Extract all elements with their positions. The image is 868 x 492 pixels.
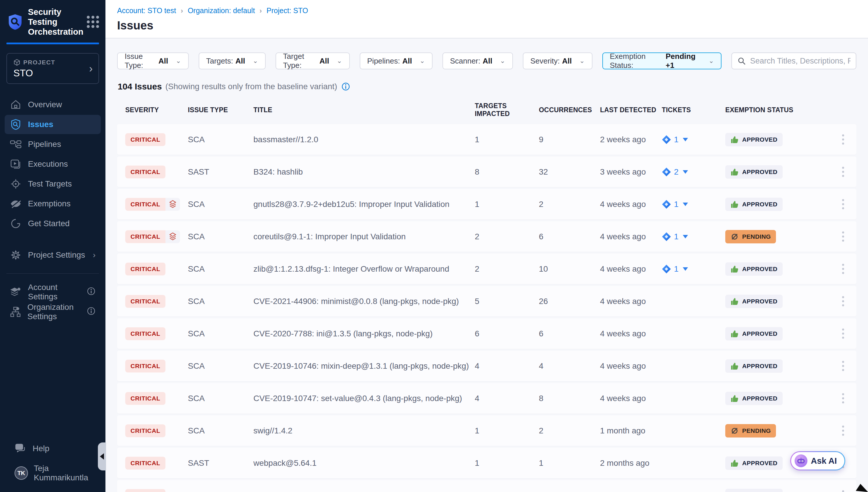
issue-title[interactable]: django@1.2 xyxy=(254,491,475,492)
filter-value: All xyxy=(402,56,412,66)
row-actions-kebab-icon[interactable] xyxy=(838,294,848,308)
sidebar-item-account-settings[interactable]: Account Settings xyxy=(5,282,101,302)
issue-title[interactable]: gnutls28@3.7.9-2+deb12u5: Improper Input… xyxy=(254,200,475,209)
issue-title[interactable]: CVE-2019-10746: mixin-deep@1.3.1 (lang-p… xyxy=(254,362,475,371)
table-row[interactable]: CRITICALSCAswig//1.4.2121 month agoPENDI… xyxy=(117,415,856,446)
status-badge: APPROVED xyxy=(725,489,783,492)
exemption-stack-icon xyxy=(165,198,180,211)
status-label: APPROVED xyxy=(742,201,778,208)
table-row[interactable]: CRITICALSCAbassmaster//1.2.0192 weeks ag… xyxy=(117,124,856,155)
issue-title[interactable]: CVE-2021-44906: minimist@0.0.8 (lang-pkg… xyxy=(254,297,475,306)
last-detected-cell: 4 weeks ago xyxy=(600,329,662,338)
filter-issue-type[interactable]: Issue Type:All⌄ xyxy=(117,52,189,69)
severity-cell: CRITICAL xyxy=(125,166,188,178)
table-row[interactable]: CRITICALSASTdjango@1.21222 months agoAPP… xyxy=(117,480,856,492)
module-switcher-icon[interactable] xyxy=(87,16,99,28)
table-row[interactable]: CRITICALSASTwebpack@5.64.1112 months ago… xyxy=(117,448,856,478)
ticket-dropdown[interactable]: 1 xyxy=(662,232,725,241)
table-row[interactable]: CRITICALSCAzlib@1:1.2.13.dfsg-1: Integer… xyxy=(117,253,856,284)
breadcrumb-link[interactable]: Account: STO test xyxy=(117,6,176,15)
filter-pipelines[interactable]: Pipelines:All⌄ xyxy=(360,52,432,69)
sidebar-item-executions[interactable]: Executions xyxy=(5,154,101,174)
table-row[interactable]: CRITICALSCACVE-2021-44906: minimist@0.0.… xyxy=(117,286,856,317)
table-row[interactable]: CRITICALSCACVE-2019-10747: set-value@0.4… xyxy=(117,383,856,414)
ticket-dropdown[interactable]: 1 xyxy=(662,135,725,144)
sidebar-item-get-started[interactable]: Get Started xyxy=(5,214,101,233)
issue-title[interactable]: B324: hashlib xyxy=(254,167,475,177)
sidebar-collapse-handle[interactable] xyxy=(98,442,106,470)
row-actions-kebab-icon[interactable] xyxy=(838,424,848,438)
row-actions-kebab-icon[interactable] xyxy=(838,165,848,179)
issue-title[interactable]: CVE-2019-10747: set-value@0.4.3 (lang-pk… xyxy=(254,394,475,403)
sidebar-item-exemptions[interactable]: Exemptions xyxy=(5,194,101,213)
targets-impacted-cell: 1 xyxy=(475,491,539,492)
sidebar-item-overview[interactable]: Overview xyxy=(5,95,101,114)
issue-title[interactable]: coreutils@9.1-1: Improper Input Validati… xyxy=(254,232,475,241)
search-box[interactable] xyxy=(731,52,856,69)
filter-exemption-status[interactable]: Exemption Status:Pending +1⌄ xyxy=(602,52,722,69)
tickets-cell: 1 xyxy=(662,135,725,144)
issue-title[interactable]: webpack@5.64.1 xyxy=(254,459,475,468)
table-row[interactable]: CRITICALSCAcoreutils@9.1-1: Improper Inp… xyxy=(117,221,856,252)
filter-value: Pending +1 xyxy=(665,52,701,70)
svg-text:?: ? xyxy=(18,445,21,449)
ticket-dropdown[interactable]: 1 xyxy=(662,264,725,274)
severity-label: CRITICAL xyxy=(125,166,165,178)
filter-targets[interactable]: Targets:All⌄ xyxy=(199,52,266,69)
row-actions-kebab-icon[interactable] xyxy=(838,197,848,211)
chevron-down-icon: ⌄ xyxy=(176,57,181,65)
breadcrumb-link[interactable]: Organization: default xyxy=(188,6,255,15)
sidebar-item-organization-settings[interactable]: Organization Settings xyxy=(5,302,101,321)
row-actions-kebab-icon[interactable] xyxy=(838,489,848,492)
ticket-dropdown[interactable]: 1 xyxy=(662,200,725,209)
cube-icon xyxy=(14,59,20,66)
exemption-status-cell: APPROVED xyxy=(725,360,827,373)
row-actions-kebab-icon[interactable] xyxy=(838,391,848,405)
chevron-down-icon: ⌄ xyxy=(579,57,585,65)
sidebar-item-test-targets[interactable]: Test Targets xyxy=(5,174,101,194)
issue-title[interactable]: CVE-2020-7788: ini@1.3.5 (lang-pkgs, nod… xyxy=(254,329,475,338)
severity-label: CRITICAL xyxy=(125,327,165,340)
sidebar-item-pipelines[interactable]: Pipelines xyxy=(5,135,101,154)
table-row[interactable]: CRITICALSASTB324: hashlib8323 weeks ago2… xyxy=(117,156,856,187)
exemption-status-cell: APPROVED xyxy=(725,295,827,308)
table-row[interactable]: CRITICALSCAgnutls28@3.7.9-2+deb12u5: Imp… xyxy=(117,189,856,220)
user-menu[interactable]: TK Teja Kummarikuntla xyxy=(9,463,96,483)
sidebar-item-label: Exemptions xyxy=(28,199,71,208)
severity-label: CRITICAL xyxy=(125,392,165,405)
play-square-icon xyxy=(10,158,22,170)
issue-title[interactable]: bassmaster//1.2.0 xyxy=(254,135,475,144)
info-icon[interactable] xyxy=(341,82,350,91)
row-actions-kebab-icon[interactable] xyxy=(838,132,848,146)
issues-content: Issue Type:All⌄Targets:All⌄Target Type:A… xyxy=(105,39,868,492)
last-detected-cell: 2 weeks ago xyxy=(600,135,662,144)
table-row[interactable]: CRITICALSCACVE-2020-7788: ini@1.3.5 (lan… xyxy=(117,318,856,349)
project-selector[interactable]: PROJECT STO › xyxy=(6,53,99,84)
avatar: TK xyxy=(15,466,28,480)
filter-label: Severity: xyxy=(530,56,560,66)
sidebar-item-project-settings[interactable]: Project Settings› xyxy=(5,245,101,265)
issue-title[interactable]: swig//1.4.2 xyxy=(254,426,475,436)
sidebar-item-issues[interactable]: Issues xyxy=(5,115,101,134)
filter-severity[interactable]: Severity:All⌄ xyxy=(523,52,593,69)
severity-label: CRITICAL xyxy=(125,489,165,492)
row-actions-kebab-icon[interactable] xyxy=(838,327,848,340)
status-badge: APPROVED xyxy=(725,327,783,340)
severity-label: CRITICAL xyxy=(125,295,165,308)
issue-title[interactable]: zlib@1:1.2.13.dfsg-1: Integer Overflow o… xyxy=(254,264,475,274)
ticket-dropdown[interactable]: 2 xyxy=(662,167,725,177)
row-actions-kebab-icon[interactable] xyxy=(838,359,848,373)
ask-ai-button[interactable]: Ask AI xyxy=(790,451,845,470)
row-actions-kebab-icon[interactable] xyxy=(838,262,848,276)
search-input[interactable] xyxy=(750,56,850,66)
table-row[interactable]: CRITICALSCACVE-2019-10746: mixin-deep@1.… xyxy=(117,351,856,381)
help-button[interactable]: ? Help xyxy=(9,439,96,458)
jira-icon xyxy=(662,200,671,209)
sidebar-header: Security Testing Orchestration xyxy=(0,0,105,43)
breadcrumb-link[interactable]: Project: STO xyxy=(266,6,308,15)
filter-target-type[interactable]: Target Type:All⌄ xyxy=(275,52,350,69)
ticket-count: 1 xyxy=(674,232,679,241)
filter-scanner[interactable]: Scanner:All⌄ xyxy=(443,52,513,69)
row-actions-kebab-icon[interactable] xyxy=(838,230,848,243)
thumbs-up-icon xyxy=(731,265,739,273)
